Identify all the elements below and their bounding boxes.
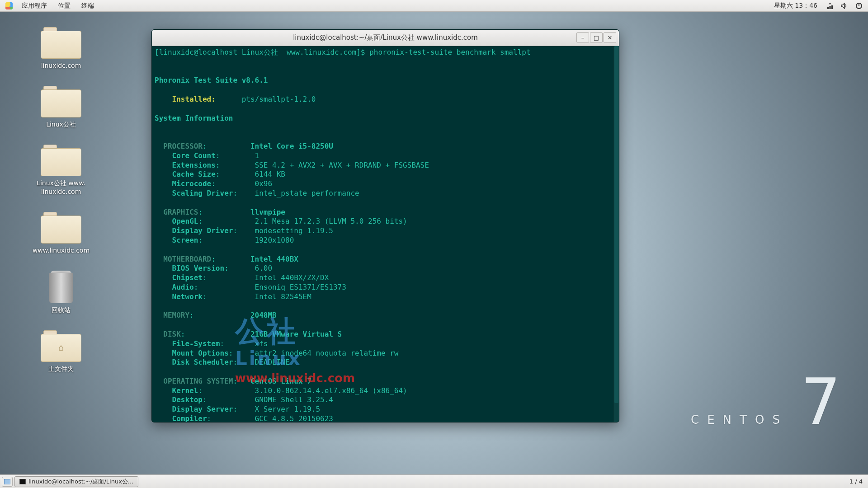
maximize-button[interactable]: □ — [590, 32, 603, 43]
info-key: Screen — [172, 236, 198, 244]
memory-value: 2048MB — [250, 311, 277, 319]
home-folder-icon: ⌂ — [41, 330, 81, 362]
info-val: GCC 4.8.5 20150623 — [255, 414, 333, 422]
terminal-icon — [19, 479, 26, 484]
window-titlebar[interactable]: linuxidc@localhost:~/桌面/Linux公社 www.linu… — [152, 30, 619, 46]
show-desktop-button[interactable] — [2, 477, 13, 487]
info-val: GNOME Shell 3.25.4 — [255, 395, 333, 404]
section-graphics: GRAPHICS — [163, 208, 198, 216]
terminal-command: phoronix-test-suite benchmark smallpt — [369, 48, 530, 56]
info-val: Intel 82545EM — [255, 292, 311, 301]
info-val: 3.10.0-862.14.4.el7.x86_64 (x86_64) — [255, 386, 407, 395]
centos-number: 7 — [801, 371, 841, 434]
folder-icon — [41, 212, 81, 244]
motherboard-value: Intel 440BX — [250, 255, 298, 263]
taskbar-item-terminal[interactable]: linuxidc@localhost:~/桌面/Linux公... — [14, 476, 138, 487]
menu-applications[interactable]: 应用程序 — [17, 0, 52, 12]
desktop-icon-folder[interactable]: linuxidc.com — [27, 27, 95, 70]
installed-value: pts/smallpt-1.2.0 — [242, 95, 316, 103]
pts-version-line: Phoronix Test Suite v8.6.1 — [155, 76, 268, 84]
section-os: OPERATING SYSTEM — [163, 377, 233, 385]
desktop-icon-label: 主文件夹 — [48, 365, 74, 373]
info-key: Display Driver — [172, 226, 233, 235]
info-val: 0x96 — [255, 179, 273, 188]
info-val: 6.00 — [255, 264, 273, 272]
top-panel: 应用程序 位置 终端 星期六 13：46 — [0, 0, 868, 12]
folder-icon — [41, 145, 81, 176]
info-key: Chipset — [172, 273, 203, 282]
section-memory: MEMORY — [163, 311, 189, 319]
disk-value: 21GB VMware Virtual S — [250, 330, 342, 338]
info-key: BIOS Version — [172, 264, 225, 272]
graphics-value: llvmpipe — [250, 208, 285, 216]
terminal-scrollbar[interactable] — [613, 46, 619, 422]
info-key: Cache Size — [172, 170, 216, 178]
folder-icon — [41, 86, 81, 117]
menu-places[interactable]: 位置 — [53, 0, 75, 12]
info-val: Intel 440BX/ZX/DX — [255, 273, 329, 282]
info-val: X Server 1.19.5 — [255, 405, 321, 413]
desktop-icon-home[interactable]: ⌂ 主文件夹 — [27, 330, 95, 373]
desktop-icon-label: www.linuxidc.com — [33, 246, 90, 254]
section-motherboard: MOTHERBOARD — [163, 255, 211, 263]
info-val: modesetting 1.19.5 — [255, 226, 333, 235]
workspace-indicator[interactable]: 1 / 4 — [849, 478, 863, 485]
desktop-icon-folder[interactable]: Linux公社 www. linuxidc.com — [27, 145, 95, 195]
logo-icon[interactable] — [3, 0, 15, 12]
info-val: intel_pstate performance — [255, 189, 359, 197]
window-title: linuxidc@localhost:~/桌面/Linux公社 www.linu… — [293, 33, 478, 42]
terminal-window: linuxidc@localhost:~/桌面/Linux公社 www.linu… — [151, 29, 619, 422]
power-icon[interactable] — [853, 0, 865, 12]
taskbar-item-label: linuxidc@localhost:~/桌面/Linux公... — [28, 478, 133, 486]
info-key: Microcode — [172, 179, 212, 188]
info-val: xfs — [255, 339, 268, 348]
info-key: Disk Scheduler — [172, 358, 233, 366]
info-val: SSE 4.2 + AVX2 + AVX + RDRAND + FSGSBASE — [255, 161, 429, 169]
terminal-body[interactable]: [linuxidc@localhost Linux公社 www.linuxidc… — [152, 46, 619, 422]
info-key: Compiler — [172, 414, 207, 422]
desktop-icon-folder[interactable]: Linux公社 — [27, 86, 95, 128]
close-button[interactable]: ✕ — [604, 32, 616, 43]
system-info-header: System Information — [155, 114, 233, 122]
centos-word: CENTOS — [691, 413, 788, 434]
centos-branding: CENTOS 7 — [691, 371, 841, 434]
svg-rect-2 — [4, 479, 10, 484]
desktop-icon-label: Linux公社 — [46, 120, 76, 128]
scrollbar-thumb[interactable] — [614, 46, 618, 403]
processor-value: Intel Core i5-8250U — [250, 142, 333, 150]
desktop-icon-trash[interactable]: 回收站 — [27, 271, 95, 314]
menu-terminal[interactable]: 终端 — [77, 0, 99, 12]
trash-icon — [49, 271, 73, 303]
info-val: 1 — [255, 151, 259, 160]
desktop-icon-label: linuxidc.com — [41, 61, 81, 70]
clock[interactable]: 星期六 13：46 — [769, 0, 822, 12]
info-val: 6144 KB — [255, 170, 285, 178]
info-key: Core Count — [172, 151, 216, 160]
info-val: attr2 inode64 noquota relatime rw — [255, 349, 399, 357]
desktop-icons: linuxidc.com Linux公社 Linux公社 www. linuxi… — [27, 27, 95, 373]
info-key: Mount Options — [172, 349, 229, 357]
info-val: Ensoniq ES1371/ES1373 — [255, 283, 346, 291]
section-processor: PROCESSOR — [163, 142, 203, 150]
info-key: Display Server — [172, 405, 233, 413]
volume-icon[interactable] — [838, 0, 851, 12]
taskbar: linuxidc@localhost:~/桌面/Linux公... 1 / 4 — [0, 474, 868, 488]
info-val: 2.1 Mesa 17.2.3 (LLVM 5.0 256 bits) — [255, 217, 407, 225]
folder-icon — [41, 27, 81, 59]
section-disk: DISK — [163, 330, 181, 338]
minimize-button[interactable]: – — [576, 32, 589, 43]
info-key: Scaling Driver — [172, 189, 233, 197]
installed-label: Installed: — [172, 95, 216, 103]
network-icon[interactable] — [824, 0, 836, 12]
os-value: CentOS Linux 7 — [250, 377, 311, 385]
info-key: Network — [172, 292, 203, 301]
desktop-icon-label: 回收站 — [52, 306, 71, 314]
terminal-prompt: [linuxidc@localhost Linux公社 www.linuxidc… — [155, 48, 369, 56]
info-val: 868x488 — [255, 236, 294, 244]
desktop-icon-folder[interactable]: www.linuxidc.com — [27, 212, 95, 254]
info-val: DEADLINE — [255, 358, 290, 366]
info-key: File-System — [172, 339, 220, 348]
info-key: Desktop — [172, 395, 203, 404]
info-key: Audio — [172, 283, 194, 291]
info-key: Extensions — [172, 161, 216, 169]
